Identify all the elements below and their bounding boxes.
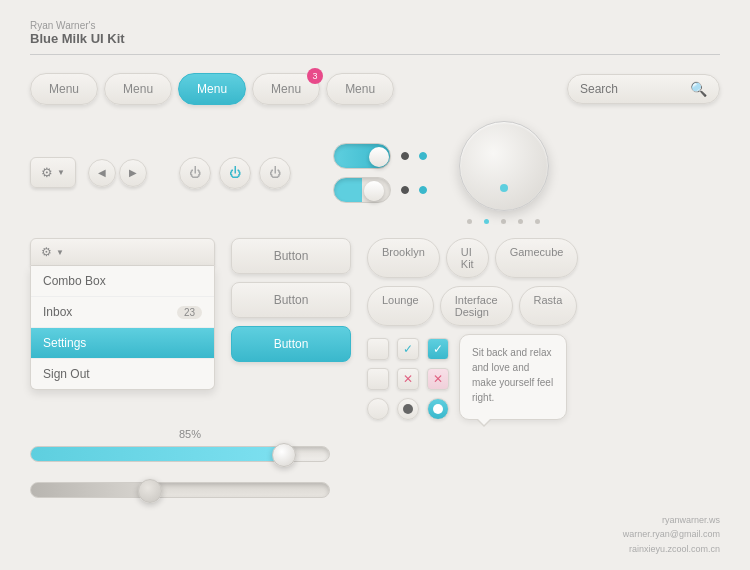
slider-1-thumb[interactable] xyxy=(272,443,296,467)
footer-line-1: ryanwarner.ws xyxy=(623,513,720,527)
slider-1-label: 85% xyxy=(179,428,201,440)
tag-uikit[interactable]: UI Kit xyxy=(446,238,489,278)
search-input[interactable] xyxy=(580,82,690,96)
nav-tab-3[interactable]: Menu xyxy=(178,73,246,105)
ring-dot-3 xyxy=(501,219,506,224)
dropdown-item-signout[interactable]: Sign Out xyxy=(31,359,214,389)
speech-bubble-text: Sit back and relax and love and make you… xyxy=(472,347,553,403)
footer-line-3: rainxieyu.zcool.com.cn xyxy=(623,542,720,556)
gear-icon: ⚙ xyxy=(41,165,53,180)
checkbox-5-x[interactable]: ✕ xyxy=(397,368,419,390)
power-button-3[interactable]: ⏻ xyxy=(259,157,291,189)
tag-gamecube[interactable]: Gamecube xyxy=(495,238,579,278)
buttons-section: Button Button Button xyxy=(231,238,351,420)
toggle-1-knob xyxy=(369,147,389,167)
checkbox-6-x-pink[interactable]: ✕ xyxy=(427,368,449,390)
power-buttons: ⏻ ⏻ ⏻ xyxy=(179,157,291,189)
radio-1-inner xyxy=(373,404,383,414)
ring-dot-1 xyxy=(467,219,472,224)
tag-interface[interactable]: Interface Design xyxy=(440,286,513,326)
toggles-section xyxy=(333,143,427,203)
button-1[interactable]: Button xyxy=(231,238,351,274)
gear-dropdown-button[interactable]: ⚙ ▼ xyxy=(30,157,76,188)
toggle-2-knob xyxy=(364,181,384,201)
dropdown-item-settings[interactable]: Settings xyxy=(31,328,214,359)
checkbox-4-empty[interactable] xyxy=(367,368,389,390)
knob-section xyxy=(459,121,549,224)
toggle-row-2 xyxy=(333,177,427,203)
dropdown-item-combobox[interactable]: Combo Box xyxy=(31,266,214,297)
tags-row-2: Lounge Interface Design Rasta xyxy=(367,286,567,326)
arrow-buttons: ◀ ▶ xyxy=(88,159,147,187)
main-area: ⚙ ▼ Combo Box Inbox 23 Settings Sign Out xyxy=(30,238,720,420)
power-button-2[interactable]: ⏻ xyxy=(219,157,251,189)
footer: ryanwarner.ws warner.ryan@gmail.com rain… xyxy=(623,513,720,556)
check-row-1: ✓ ✓ xyxy=(367,338,449,360)
slider-1-container: 85% xyxy=(30,446,350,462)
search-box: 🔍 xyxy=(567,74,720,104)
search-button[interactable]: 🔍 xyxy=(690,81,707,97)
checkboxes-section: ✓ ✓ ✕ ✕ xyxy=(367,338,449,420)
toggle-2[interactable] xyxy=(333,177,391,203)
ring-dot-5 xyxy=(535,219,540,224)
sliders-section: 85% xyxy=(30,446,350,510)
toggle-1-dot-off xyxy=(401,152,409,160)
header-subtitle: Ryan Warner's xyxy=(30,20,720,31)
dropdown-item-inbox[interactable]: Inbox 23 xyxy=(31,297,214,328)
radio-2[interactable] xyxy=(397,398,419,420)
nav-tab-4-label: Menu xyxy=(271,82,301,96)
inbox-badge: 23 xyxy=(177,306,202,319)
header-title: Blue Milk UI Kit xyxy=(30,31,720,46)
knob-indicator xyxy=(500,184,508,192)
slider-2-track[interactable] xyxy=(30,482,330,498)
ring-dot-2 xyxy=(484,219,489,224)
checkbox-2-checked[interactable]: ✓ xyxy=(397,338,419,360)
slider-1-track[interactable] xyxy=(30,446,330,462)
slider-2-container xyxy=(30,482,350,498)
slider-1-fill xyxy=(31,447,284,461)
toggle-2-dot-off xyxy=(401,186,409,194)
dropdown-section: ⚙ ▼ Combo Box Inbox 23 Settings Sign Out xyxy=(30,238,215,420)
nav-row: Menu Menu Menu Menu 3 Menu 🔍 xyxy=(30,73,720,105)
gear-dropdown-arrow: ▼ xyxy=(57,168,65,177)
dropdown-gear-icon: ⚙ xyxy=(41,245,52,259)
button-2[interactable]: Button xyxy=(231,282,351,318)
arrow-right-button[interactable]: ▶ xyxy=(119,159,147,187)
nav-tab-4[interactable]: Menu 3 xyxy=(252,73,320,105)
nav-tab-2[interactable]: Menu xyxy=(104,73,172,105)
radio-row xyxy=(367,398,449,420)
arrow-left-button[interactable]: ◀ xyxy=(88,159,116,187)
toggle-row-1 xyxy=(333,143,427,169)
button-3-blue[interactable]: Button xyxy=(231,326,351,362)
dropdown-header[interactable]: ⚙ ▼ xyxy=(30,238,215,266)
nav-badge: 3 xyxy=(307,68,323,84)
footer-line-2: warner.ryan@gmail.com xyxy=(623,527,720,541)
tag-lounge[interactable]: Lounge xyxy=(367,286,434,326)
dropdown-arrow: ▼ xyxy=(56,248,64,257)
checkbox-1-empty[interactable] xyxy=(367,338,389,360)
power-button-1[interactable]: ⏻ xyxy=(179,157,211,189)
controls-row: ⚙ ▼ ◀ ▶ ⏻ ⏻ ⏻ xyxy=(30,121,720,224)
check-row-2: ✕ ✕ xyxy=(367,368,449,390)
nav-tab-1[interactable]: Menu xyxy=(30,73,98,105)
radio-3-inner xyxy=(433,404,443,414)
slider-2-fill xyxy=(31,483,150,497)
slider-2-thumb[interactable] xyxy=(138,479,162,503)
knob[interactable] xyxy=(459,121,549,211)
tag-rasta[interactable]: Rasta xyxy=(519,286,578,326)
speech-bubble: Sit back and relax and love and make you… xyxy=(459,334,567,420)
dropdown-menu: Combo Box Inbox 23 Settings Sign Out xyxy=(30,266,215,390)
nav-tab-5[interactable]: Menu xyxy=(326,73,394,105)
toggle-2-dot-on xyxy=(419,186,427,194)
tag-brooklyn[interactable]: Brooklyn xyxy=(367,238,440,278)
radio-3[interactable] xyxy=(427,398,449,420)
radio-1[interactable] xyxy=(367,398,389,420)
ring-dot-4 xyxy=(518,219,523,224)
page-container: Ryan Warner's Blue Milk UI Kit Menu Menu… xyxy=(0,0,750,570)
toggle-1[interactable] xyxy=(333,143,391,169)
checkbox-3-checked-blue[interactable]: ✓ xyxy=(427,338,449,360)
header: Ryan Warner's Blue Milk UI Kit xyxy=(30,20,720,55)
radio-2-inner xyxy=(403,404,413,414)
tags-section: Brooklyn UI Kit Gamecube Lounge Interfac… xyxy=(367,238,567,420)
toggle-1-dot-on xyxy=(419,152,427,160)
